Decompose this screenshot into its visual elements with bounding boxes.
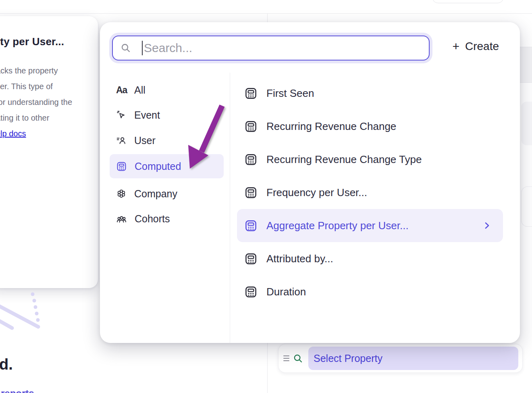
property-attributed-by[interactable]: Attributed by... <box>237 242 503 275</box>
modal-column-divider <box>230 73 230 343</box>
calculator-icon <box>244 285 258 299</box>
background-card-edge <box>521 186 532 227</box>
help-docs-link[interactable]: elp docs <box>0 129 26 138</box>
cohorts-people-icon <box>116 213 127 224</box>
company-cluster-icon <box>116 188 127 199</box>
chevron-right-icon <box>482 221 492 230</box>
property-picker-modal: + Create Aa All Event User Computed Comp… <box>100 22 520 343</box>
calculator-icon <box>244 186 258 199</box>
property-list: First Seen Recurring Revenue Change Recu… <box>237 77 503 308</box>
category-company[interactable]: Company <box>110 182 224 205</box>
calculator-icon <box>116 161 127 172</box>
calculator-icon <box>244 87 258 100</box>
category-event[interactable]: Event <box>110 104 224 126</box>
category-all[interactable]: Aa All <box>110 79 224 101</box>
page-horizontal-divider <box>0 13 532 14</box>
tooltip-line: acks the property <box>0 63 92 79</box>
property-recurring-revenue-change[interactable]: Recurring Revenue Change <box>237 110 503 143</box>
category-computed[interactable]: Computed <box>110 154 224 178</box>
calculator-icon <box>244 153 258 166</box>
select-property-bar: Select Property <box>278 344 523 373</box>
search-icon <box>293 353 303 364</box>
plus-icon: + <box>452 40 459 52</box>
property-first-seen[interactable]: First Seen <box>237 77 503 110</box>
clipped-link-fragment[interactable]: reports <box>1 388 94 393</box>
tooltip-line: ating it to other <box>0 110 92 126</box>
calculator-icon <box>244 120 258 133</box>
background-panel-edge <box>520 47 532 83</box>
tooltip-body: acks the property ser. This type of for … <box>0 63 92 142</box>
create-button[interactable]: + Create <box>452 40 499 53</box>
calculator-icon <box>244 252 258 265</box>
click-cursor-icon <box>116 110 127 120</box>
calculator-icon <box>244 219 258 232</box>
background-button-partial <box>432 0 504 3</box>
category-user[interactable]: User <box>110 129 224 152</box>
text-format-icon: Aa <box>116 85 127 96</box>
tooltip-title: rty per User... <box>0 36 92 48</box>
property-aggregate-property-per-user[interactable]: Aggregate Property per User... <box>237 209 503 242</box>
property-recurring-revenue-change-type[interactable]: Recurring Revenue Change Type <box>237 143 503 176</box>
property-frequency-per-user[interactable]: Frequency per User... <box>237 176 503 209</box>
select-property-button[interactable]: Select Property <box>308 347 518 370</box>
background-card-edge <box>521 102 532 145</box>
property-description-tooltip: rty per User... acks the property ser. T… <box>0 16 98 288</box>
property-duration[interactable]: Duration <box>237 275 503 308</box>
category-sidebar: Aa All Event User Computed Company Cohor… <box>110 22 224 343</box>
page-heading-fragment: d. <box>0 356 13 373</box>
category-cohorts[interactable]: Cohorts <box>110 207 224 230</box>
tooltip-line: for understanding the <box>0 94 92 110</box>
user-profile-icon <box>116 135 127 146</box>
tooltip-line: ser. This type of <box>0 79 92 94</box>
drag-handle-icon[interactable] <box>283 355 289 361</box>
